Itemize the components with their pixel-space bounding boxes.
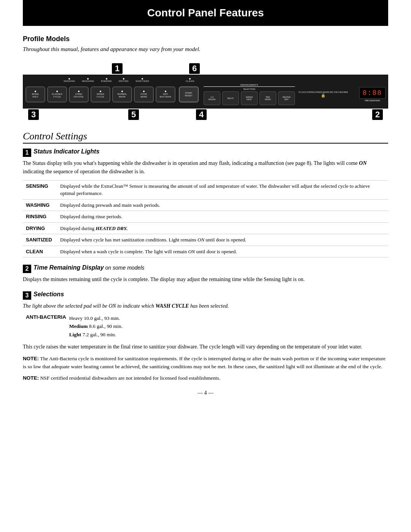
table-row: DRYING Displayed during HEATED DRY. (23, 222, 388, 234)
diagram-numbers-top: 1 6 (23, 63, 388, 74)
diagram-number-5: 5 (128, 109, 139, 120)
section-2-title: Time Remaining Display on some models (33, 264, 144, 271)
profile-models-heading: Profile Models (23, 35, 388, 43)
drying-label: DRYING (119, 80, 129, 82)
anti-bacteria-button[interactable]: ANTI BACTERIA (156, 86, 175, 102)
section-1-title: Status Indicator Lights (33, 148, 99, 155)
clean-label: CLEAN (186, 80, 194, 82)
section-3-title: Selections (33, 291, 64, 298)
rinsing-key: RINSING (23, 211, 57, 223)
delay-label: DELAY (227, 97, 234, 100)
glasses-cycle-label-top: GLASSES (52, 93, 62, 96)
speed-cycle-button[interactable]: SPEED CYCLE (91, 86, 110, 102)
control-settings-title: Control Settings (23, 131, 388, 142)
section-2-title-text: Time Remaining Display (33, 264, 104, 271)
washing-light: WASHING (82, 78, 94, 82)
antibac-medium-bold: Medium (69, 323, 88, 329)
diagram-numbers-bottom: 3 5 4 2 (23, 109, 388, 120)
sanitized-value: Displayed when cycle has met sanitizatio… (57, 234, 388, 246)
sanitized-label: SANITIZED (135, 80, 149, 82)
antibac-light-bold: Light (69, 332, 81, 337)
sensing-light: SENSING (64, 78, 75, 82)
antibac-table: ANTI-BACTERIA Heavy 10.0 gal., 93 min. M… (23, 313, 388, 340)
table-row: CLEAN Displayed when a wash cycle is com… (23, 246, 388, 257)
cycle-description: This cycle raises the water temperature … (23, 343, 388, 351)
glasses-cycle-label-bottom: CYCLE (53, 96, 61, 98)
speed-cycle-label-bottom: CYCLE (97, 96, 104, 98)
note2-text: NSF certified residential dishwashers ar… (40, 375, 220, 381)
enhancements-section: ENHANCEMENTS SELECTIONS 1-9 HOURS DELAY (204, 84, 295, 105)
table-row: WASHING Displayed during prewash and mai… (23, 199, 388, 211)
cook-ware-label-top: COOK (140, 93, 147, 96)
sanitized-key: SANITIZED (23, 234, 57, 246)
rinsing-light: RINSING (101, 78, 112, 82)
rinsing-label: RINSING (101, 80, 112, 82)
section-1-body: The Status display tells you what's happ… (23, 159, 388, 257)
enhancements-buttons: 1-9 HOURS DELAY ADDED HEAT PRE (204, 91, 295, 105)
table-row: SANITIZED Displayed when cycle has met s… (23, 234, 388, 246)
note1: NOTE: The Anti-Bacteria cycle is monitor… (23, 355, 388, 371)
section-2: 2 Time Remaining Display on some models … (23, 264, 388, 284)
rinse-only-button[interactable]: RINSE ONLY (25, 86, 45, 102)
rinsing-value: Displayed during rinse periods. (57, 211, 388, 223)
selections-note: The light above the selected pad will be… (23, 302, 388, 310)
rinse-only-dot (35, 91, 36, 92)
section-1-badge: 1 (23, 149, 31, 157)
note2: NOTE: NSF certified residential dishwash… (23, 374, 388, 382)
antibac-values: Heavy 10.0 gal., 93 min. Medium 8.6 gal.… (69, 313, 388, 340)
profile-models-subtitle: Throughout this manual, features and app… (23, 46, 388, 53)
normal-wash-button[interactable]: NORMAL WASH (112, 86, 132, 102)
table-row: SENSING Displayed while the ExtraClean™ … (23, 180, 388, 199)
clean-key: CLEAN (23, 246, 57, 257)
sanitized-dot (142, 78, 143, 80)
page-title: Control Panel Features (23, 0, 388, 26)
rinsing-dot (106, 78, 107, 80)
china-crystal-button[interactable]: CHINA CRYSTAL (69, 86, 89, 102)
added-heat-button[interactable]: ADDED HEAT (241, 91, 258, 105)
heated-dry-label-bottom: DRY (284, 98, 288, 101)
anti-bacteria-label-top: ANTI (163, 93, 168, 96)
washing-dot (87, 78, 89, 80)
sanitized-light: SANITIZED (135, 78, 149, 82)
speed-cycle-label-top: SPEED (97, 93, 104, 96)
antibac-medium-values: 8.6 gal., 90 min. (89, 323, 123, 329)
control-settings-section: Control Settings (23, 131, 388, 144)
diagram-number-3: 3 (28, 109, 39, 120)
note1-label: NOTE: (23, 356, 39, 361)
clean-light: CLEAN (186, 78, 194, 82)
sensing-dot (68, 78, 70, 80)
cook-ware-button[interactable]: COOK WARE (134, 86, 154, 102)
heated-dry-button[interactable]: HEATED DRY (278, 91, 295, 105)
section-1-header: 1 Status Indicator Lights (23, 148, 388, 157)
section-3-badge: 3 (23, 291, 31, 300)
delay-button[interactable]: DELAY (222, 91, 239, 105)
glasses-cycle-dot (56, 91, 58, 92)
pre-wash-label-bottom: WASH (265, 98, 271, 101)
cook-ware-label-bottom: WARE (140, 96, 147, 98)
clean-value: Displayed when a wash cycle is complete.… (57, 246, 388, 257)
panel-top-section: SENSING WASHING RINSING DRYING (25, 78, 386, 105)
diagram-number-6: 6 (189, 63, 200, 74)
normal-wash-label-top: NORMAL (117, 93, 127, 96)
page-number: — 4 — (23, 390, 388, 396)
hours-label-bottom: HOURS (208, 98, 215, 101)
note2-label: NOTE: (23, 375, 39, 381)
antibac-heavy: Heavy 10.0 gal., 93 min. (69, 315, 120, 321)
speed-cycle-dot (100, 91, 101, 92)
start-reset-button[interactable]: START RESET (179, 86, 199, 102)
control-panel-diagram: SENSING WASHING RINSING DRYING (23, 75, 388, 109)
anti-bacteria-label-bottom: BACTERIA (160, 96, 171, 98)
pre-wash-button[interactable]: PRE WASH (260, 91, 276, 105)
glasses-cycle-button[interactable]: GLASSES CYCLE (47, 86, 67, 102)
section-2-header: 2 Time Remaining Display on some models (23, 264, 388, 273)
china-crystal-dot (78, 91, 80, 92)
time-digits: 8:88 (359, 87, 386, 99)
china-crystal-label-bottom: CRYSTAL (74, 96, 84, 98)
section-2-badge: 2 (23, 265, 31, 273)
1-9-hours-button[interactable]: 1-9 HOURS (204, 91, 220, 105)
normal-wash-dot (121, 91, 123, 92)
china-crystal-label-top: CHINA (75, 93, 83, 96)
drying-key: DRYING (23, 222, 57, 234)
antibac-light-values: 7.2 gal., 90 min. (83, 332, 116, 337)
section-2-body: Displays the minutes remaining until the… (23, 275, 388, 284)
